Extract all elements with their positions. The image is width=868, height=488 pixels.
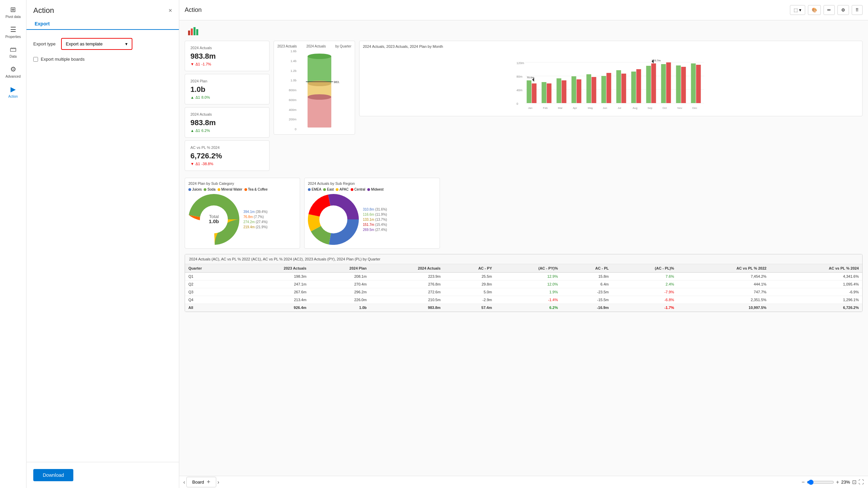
pivot-data-icon: ⊞: [10, 5, 16, 14]
sidebar-item-data[interactable]: 🗃 Data: [1, 43, 25, 61]
col-header-acpypct: (AC - PY)%: [495, 264, 561, 273]
svg-text:1.0b: 1.0b: [209, 218, 219, 224]
pie-region-val-3: 151.7m (15.4%): [363, 223, 387, 227]
svg-text:Aug: Aug: [633, 106, 638, 110]
export-multiple-label: Export multiple boards: [41, 57, 85, 62]
export-type-select[interactable]: Export as template ▾: [61, 38, 132, 50]
svg-rect-6: [308, 56, 331, 83]
svg-text:Jan: Jan: [528, 106, 533, 110]
svg-rect-27: [577, 79, 581, 103]
brush-button[interactable]: ✏: [824, 5, 835, 15]
tab-export[interactable]: Export: [33, 18, 51, 30]
dashboard: 2024 Actuals 983.8m ▼ Δ1 -1.7% 2024 Plan…: [179, 20, 868, 476]
add-board-button[interactable]: +: [207, 479, 210, 486]
kpi-title-1: 2024 Plan: [190, 79, 264, 83]
kpi-title-0: 2024 Actuals: [190, 46, 264, 50]
brush-icon: ✏: [827, 7, 831, 13]
svg-rect-31: [607, 73, 611, 103]
kpi-card-1: 2024 Plan 1.0b ▲ Δ1 8.0%: [185, 74, 270, 104]
col-header-2023actuals: 2023 Actuals: [236, 264, 310, 273]
svg-text:Jun: Jun: [603, 106, 607, 110]
pie-region-legend: EMEA East APAC Central: [308, 188, 436, 191]
legend-tea-coffee: Tea & Coffee: [244, 188, 268, 191]
board-tab[interactable]: Board +: [186, 477, 216, 487]
nav-prev-button[interactable]: ‹: [183, 479, 185, 485]
svg-rect-29: [592, 77, 596, 103]
legend-midwest: Midwest: [367, 188, 384, 191]
svg-rect-3: [196, 29, 198, 35]
svg-text:120m: 120m: [517, 61, 524, 65]
zoom-out-button[interactable]: −: [801, 479, 805, 485]
pie-plan-title: 2024 Plan by Sub Category: [188, 181, 296, 186]
sidebar-item-advanced[interactable]: ⚙ Advanced: [1, 62, 25, 81]
fullscreen-button[interactable]: ⛶: [858, 479, 864, 485]
toolbar-title: Action: [185, 6, 202, 14]
chevron-down-icon: ▾: [125, 41, 128, 46]
col-header-acplpct: (AC - PL)%: [612, 264, 678, 273]
export-multiple-checkbox[interactable]: [33, 57, 38, 62]
svg-text:983.8m: 983.8m: [334, 80, 340, 84]
pie-plan-legend: Juices Soda Mineral Water Tea & Cof: [188, 188, 296, 191]
svg-rect-22: [542, 82, 547, 103]
table-row: Q1 198.3m 208.1m 223.9m 25.5m 12.9% 15.8…: [185, 273, 862, 280]
kpi-title-2: 2024 Actuals: [190, 112, 264, 116]
export-type-row: Export type Export as template ▾: [33, 38, 172, 50]
export-multiple-row: Export multiple boards: [33, 57, 172, 62]
sidebar: ⊞ Pivot data ☰ Properties 🗃 Data ⚙ Advan…: [0, 0, 26, 488]
panel-close-button[interactable]: ×: [168, 7, 172, 14]
frame-button[interactable]: ⬚ ▾: [790, 5, 805, 15]
juices-dot: [188, 188, 191, 191]
pie-chart-region: 2024 Actuals by Sub Region EMEA East: [304, 178, 440, 249]
svg-text:Mar: Mar: [558, 106, 563, 110]
east-dot: [323, 188, 326, 191]
delta-arrow-down-3: ▼: [190, 162, 194, 166]
pie-region-val-1: 116.6m (11.9%): [363, 213, 387, 216]
pie-region-title: 2024 Actuals by Sub Region: [308, 181, 436, 186]
svg-text:May: May: [588, 106, 593, 110]
soda-dot: [204, 188, 206, 191]
svg-text:Apr: Apr: [573, 106, 577, 110]
data-table-title: 2024 Actuals (AC), AC vs PL % 2022 (AC1)…: [185, 254, 862, 264]
kpi-delta-1: ▲ Δ1 8.0%: [190, 95, 264, 99]
svg-text:Nov: Nov: [678, 106, 682, 110]
svg-rect-34: [631, 72, 636, 103]
svg-text:Jul: Jul: [618, 106, 621, 110]
sidebar-item-action[interactable]: ▶ Action: [1, 82, 25, 101]
export-type-label: Export type: [33, 41, 56, 46]
download-button[interactable]: Download: [33, 469, 73, 481]
action-panel: Action × Export Export type Export as te…: [26, 0, 179, 488]
sidebar-item-properties[interactable]: ☰ Properties: [1, 23, 25, 41]
data-table: 2024 Actuals (AC), AC vs PL % 2022 (AC1)…: [185, 254, 863, 312]
central-dot: [351, 188, 353, 191]
panel-title: Action: [33, 6, 54, 15]
settings-button[interactable]: ⚙: [837, 5, 849, 15]
palette-button[interactable]: 🎨: [808, 5, 821, 15]
zoom-slider[interactable]: [807, 480, 834, 485]
svg-rect-28: [587, 74, 591, 103]
col-header-acpy: AC - PY: [444, 264, 495, 273]
svg-rect-21: [532, 83, 537, 103]
sidebar-item-pivot-data[interactable]: ⊞ Pivot data: [1, 3, 25, 21]
frame-chevron-icon: ▾: [799, 7, 801, 13]
table-row: Q3 267.6m 296.2m 272.6m 5.0m 1.9% -23.5m…: [185, 288, 862, 296]
kpi-delta-3: ▼ Δ1 -38.8%: [190, 162, 264, 166]
tea-coffee-dot: [244, 188, 247, 191]
fit-page-button[interactable]: ⊡: [852, 479, 856, 485]
delta-arrow-up-1: ▲: [190, 95, 194, 99]
grid-button[interactable]: ⠿: [852, 5, 863, 15]
svg-rect-30: [602, 76, 606, 103]
svg-rect-25: [562, 80, 567, 103]
kpi-value-2: 983.8m: [190, 118, 264, 127]
zoom-in-button[interactable]: +: [836, 479, 839, 485]
action-icon: ▶: [11, 85, 16, 93]
nav-next-button[interactable]: ›: [218, 479, 219, 485]
toolbar: Action ⬚ ▾ 🎨 ✏ ⚙ ⠿: [179, 0, 868, 20]
col-header-2024plan: 2024 Plan: [310, 264, 370, 273]
svg-rect-39: [666, 62, 671, 103]
table-row: Q2 247.1m 270.4m 276.8m 29.8m 12.0% 6.4m…: [185, 280, 862, 288]
sidebar-label-pivot: Pivot data: [5, 15, 20, 19]
svg-rect-23: [547, 83, 552, 103]
cylinder-label-2024: 2024 Actuals: [306, 44, 326, 48]
svg-rect-43: [696, 65, 701, 103]
svg-rect-35: [636, 69, 641, 103]
